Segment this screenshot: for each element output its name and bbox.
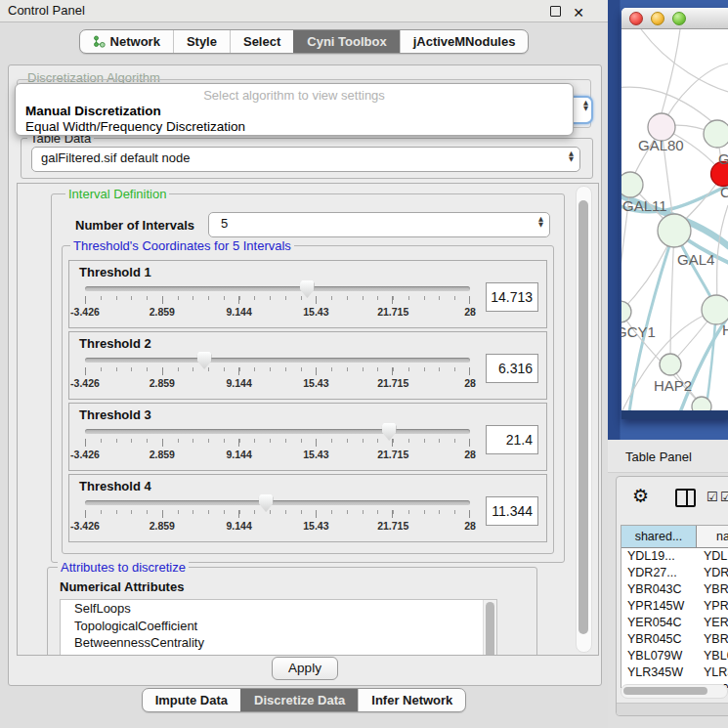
interval-definition-legend: Interval Definition (65, 187, 169, 201)
table-row[interactable]: YDL19...YDL1 (621, 548, 728, 565)
table-panel-body: ⚙ ☑ ☑ shared... na YDL19...YDL1 YDR27...… (616, 476, 728, 716)
node-label-gal4: GAL4 (677, 251, 714, 268)
number-of-intervals-combobox[interactable]: 5 ▲▼ (208, 212, 550, 237)
threshold-2-value-field[interactable] (486, 354, 538, 383)
checkbox-icon[interactable]: ☑ (720, 490, 728, 504)
table-row[interactable]: YLR345WYLR3 (621, 664, 728, 681)
table-row[interactable]: YPR145WYPR1 (621, 598, 728, 615)
node-h[interactable] (702, 295, 728, 324)
threshold-3-slider[interactable]: -3.426 2.859 9.144 15.43 21.715 28 (85, 425, 470, 460)
slider-tick-labels: -3.426 2.859 9.144 15.43 21.715 28 (85, 519, 470, 532)
combo-arrows-icon: ▲▼ (583, 100, 588, 111)
minimize-traffic-light-icon[interactable] (651, 12, 664, 25)
network-icon (93, 35, 106, 48)
table-row[interactable]: YDR27...YDR2 (621, 565, 728, 581)
network-view-window: GAL80 GA C GAL11 GAL4 GCY1 H HAP2 (621, 8, 728, 419)
tab-infer-network[interactable]: Infer Network (358, 689, 465, 711)
tab-style[interactable]: Style (173, 30, 230, 53)
table-row[interactable]: YBR045CYBR0 (621, 631, 728, 648)
tab-network-label: Network (110, 34, 160, 49)
tab-jactivemnodules[interactable]: jActiveMNodules (400, 30, 529, 53)
attributes-fieldset: Attributes to discretize Numerical Attri… (47, 567, 537, 656)
control-panel-window: Control Panel ✕ Network Style Sel (0, 0, 608, 728)
threshold-3-value-field[interactable] (486, 425, 538, 454)
threshold-4-box: Threshold 4 -3.426 2.859 9.144 (68, 474, 547, 542)
node-table: shared... na YDL19...YDL1 YDR27...YDR2 Y… (621, 525, 728, 688)
zoom-traffic-light-icon[interactable] (672, 12, 686, 25)
scrollbar-thumb[interactable] (578, 200, 588, 634)
dropdown-item-equal-width[interactable]: Equal Width/Frequency Discretization (25, 119, 573, 134)
table-row[interactable]: YBR043CYBR0 (621, 581, 728, 598)
node-ga-partial[interactable] (704, 120, 728, 148)
screenshot-root: Control Panel ✕ Network Style Sel (0, 0, 728, 728)
slider-ticks (85, 296, 470, 305)
list-item[interactable]: BetweennessCentrality (61, 634, 496, 652)
settings-scrollpane: Interval Definition Number of Intervals … (17, 183, 599, 656)
node-bottom-partial[interactable] (692, 397, 711, 410)
tab-impute-data[interactable]: Impute Data (143, 689, 240, 711)
split-columns-icon[interactable] (675, 489, 696, 507)
node-gcy1[interactable] (621, 301, 631, 322)
float-window-icon[interactable] (550, 6, 561, 17)
slider-track[interactable] (85, 286, 470, 291)
node-hap2[interactable] (660, 354, 681, 375)
slider-track[interactable] (85, 358, 470, 363)
settings-scrollbar[interactable] (576, 186, 592, 653)
bottom-tab-row: Impute Data Discretize Data Infer Networ… (0, 688, 608, 712)
cyni-panel-body: Discretization Algorithm ▲▼ Select algor… (8, 64, 602, 686)
numerical-attributes-label: Numerical Attributes (60, 579, 536, 594)
network-canvas[interactable]: GAL80 GA C GAL11 GAL4 GCY1 H HAP2 (621, 29, 728, 410)
slider-ticks (85, 439, 470, 448)
table-data-fieldset: Table Data galFiltered.sif default node … (21, 138, 593, 179)
number-of-intervals-label: Number of Intervals (75, 218, 194, 233)
slider-ticks (85, 367, 470, 376)
threshold-1-slider[interactable]: -3.426 2.859 9.144 15.43 21.715 28 (85, 282, 470, 318)
slider-track[interactable] (85, 500, 470, 505)
dropdown-item-manual[interactable]: Manual Discretization (25, 104, 573, 118)
interval-definition-fieldset: Interval Definition Number of Intervals … (51, 193, 565, 563)
list-item[interactable]: TopologicalCoefficient (61, 618, 496, 635)
column-header-name[interactable]: na (697, 526, 728, 547)
column-header-shared-name[interactable]: shared... (621, 526, 697, 547)
tab-network[interactable]: Network (80, 30, 173, 53)
list-item[interactable]: SelfLoops (61, 600, 496, 618)
close-icon[interactable]: ✕ (573, 2, 584, 23)
slider-tick-labels: -3.426 2.859 9.144 15.43 21.715 28 (85, 305, 470, 318)
node-gal11[interactable] (621, 172, 643, 197)
node-label-h: H (722, 321, 728, 338)
node-gal4[interactable] (658, 214, 691, 247)
slider-ticks (85, 510, 470, 519)
tab-cyni-toolbox[interactable]: Cyni Toolbox (293, 30, 399, 53)
threshold-2-slider[interactable]: -3.426 2.859 9.144 15.43 21.715 28 (85, 354, 470, 389)
desktop-area: GAL80 GA C GAL11 GAL4 GCY1 H HAP2 Table … (608, 0, 728, 728)
tab-discretize-data[interactable]: Discretize Data (240, 689, 358, 711)
slider-track[interactable] (85, 429, 470, 434)
threshold-1-value-field[interactable] (486, 282, 538, 312)
tab-select[interactable]: Select (230, 30, 293, 53)
table-panel-title: Table Panel (625, 450, 692, 464)
network-window-titlebar[interactable] (621, 8, 728, 29)
close-traffic-light-icon[interactable] (629, 12, 643, 25)
table-row[interactable]: YBL079WYBL0 (621, 648, 728, 664)
scrollbar-thumb[interactable] (623, 687, 707, 695)
thresholds-fieldset: Threshold's Coordinates for 5 Intervals … (62, 245, 554, 554)
table-row[interactable]: YER054CYER0 (621, 615, 728, 631)
table-horizontal-scrollbar[interactable] (621, 684, 728, 699)
threshold-1-label: Threshold 1 (79, 265, 538, 280)
threshold-4-label: Threshold 4 (79, 479, 538, 494)
table-data-selected: galFiltered.sif default node (32, 148, 579, 169)
checkbox-icon[interactable]: ☑ (707, 490, 718, 504)
node-label-c: C (720, 184, 728, 200)
gear-icon[interactable]: ⚙ (632, 485, 649, 506)
numerical-attributes-list: SelfLoops TopologicalCoefficient Between… (60, 599, 497, 656)
threshold-4-slider[interactable]: -3.426 2.859 9.144 15.43 21.715 28 (85, 496, 470, 532)
threshold-2-label: Threshold 2 (79, 336, 538, 352)
threshold-4-value-field[interactable] (486, 496, 538, 526)
number-of-intervals-value: 5 (209, 213, 549, 235)
table-data-combobox[interactable]: galFiltered.sif default node ▲▼ (31, 147, 580, 172)
combo-arrows-icon: ▲▼ (538, 216, 543, 228)
apply-button[interactable]: Apply (272, 657, 338, 680)
dropdown-hint: Select algorithm to view settings (16, 88, 573, 103)
list-scrollbar[interactable] (483, 600, 496, 656)
table-panel-footer (617, 703, 728, 715)
